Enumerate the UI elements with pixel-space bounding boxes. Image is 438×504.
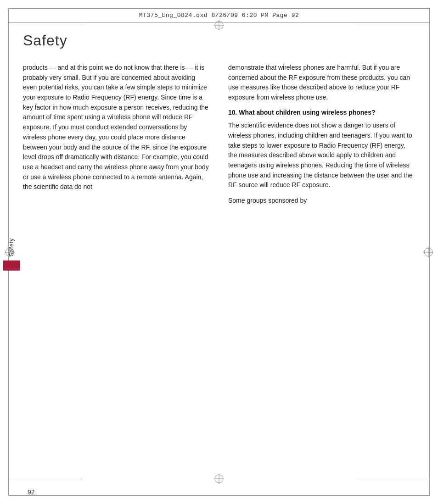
page-title: Safety	[23, 32, 415, 49]
header-bar: MT375_Eng_0824.qxd 8/26/09 6:20 PM Page …	[8, 8, 430, 23]
right-body2-text: Some groups sponsored by	[228, 196, 415, 206]
col-right: demonstrate that wireless phones are har…	[228, 63, 415, 211]
sidebar-label: Safety	[8, 238, 15, 256]
right-body1-text: The scientific evidence does not show a …	[228, 121, 415, 190]
col-left: products — and at this point we do not k…	[23, 63, 210, 211]
left-body-text: products — and at this point we do not k…	[23, 63, 210, 192]
header-text: MT375_Eng_0824.qxd 8/26/09 6:20 PM Page …	[139, 12, 299, 19]
columns: products — and at this point we do not k…	[23, 63, 415, 211]
page-number: 92	[28, 488, 35, 496]
content-area: Safety products — and at this point we d…	[23, 32, 415, 476]
sidebar: Safety	[0, 32, 23, 476]
right-intro-text: demonstrate that wireless phones are har…	[228, 63, 415, 103]
section-heading: 10. What about children using wireless p…	[228, 108, 415, 117]
line-top-left	[8, 25, 82, 25]
line-bottom-left	[8, 479, 82, 479]
sidebar-red-block	[3, 260, 20, 271]
line-top-right	[356, 25, 430, 25]
line-bottom-right	[356, 479, 430, 479]
